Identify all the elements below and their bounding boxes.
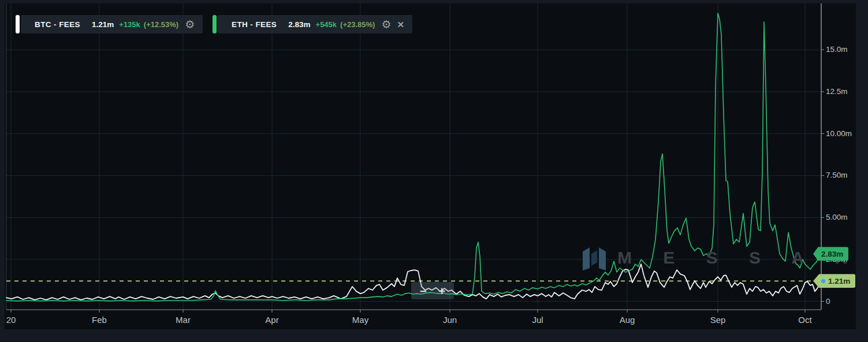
legend-chip-btc-body: BTC - FEES 1.21m +135k (+12.53%) ⚙ — [21, 15, 203, 33]
y-axis-label: 10.00m — [826, 129, 852, 138]
zoom-control[interactable]: − + — [411, 282, 454, 299]
x-axis-label: May — [352, 315, 368, 325]
btc-change-percent: (+12.53%) — [144, 20, 178, 29]
y-axis-label: 12.5m — [826, 87, 848, 96]
y-axis-label: 15.0m — [826, 45, 848, 54]
btc-current-value: 1.21m — [92, 20, 114, 29]
x-axis-label: Mar — [176, 315, 191, 325]
y-axis-label: 0 — [826, 297, 830, 306]
price-badge-value: 2.83m — [821, 250, 843, 258]
x-axis-label: Feb — [92, 315, 107, 325]
x-axis-label: Oct — [798, 315, 811, 325]
price-badge: 1.21m — [813, 274, 855, 288]
eth-color-bar — [213, 15, 217, 33]
y-axis-label: 5.00m — [826, 213, 848, 221]
close-icon[interactable]: ✕ — [397, 20, 404, 29]
x-axis-label: Aug — [620, 315, 635, 325]
y-axis-label: 7.50m — [826, 171, 848, 179]
btc-series-label: BTC - FEES — [35, 20, 80, 29]
zoom-in-plus-icon[interactable]: + — [438, 285, 445, 297]
price-badge: 2.83m — [813, 247, 848, 261]
eth-current-value: 2.83m — [288, 20, 310, 29]
btc-change: +135k — [119, 20, 140, 29]
gear-icon[interactable]: ⚙ — [381, 19, 391, 30]
x-axis-label: Jul — [532, 315, 543, 325]
zoom-out-minus-icon[interactable]: − — [420, 285, 427, 297]
btc-color-bar — [16, 15, 20, 33]
legend-chip-eth-body: ETH - FEES 2.83m +545k (+23.85%) ⚙ ✕ — [218, 15, 412, 33]
x-axis-label: Jun — [443, 315, 457, 325]
crosshair-dot — [821, 279, 825, 283]
legend-chip-btc[interactable]: BTC - FEES 1.21m +135k (+12.53%) ⚙ — [16, 15, 203, 33]
eth-fees-line — [6, 13, 821, 301]
x-axis-label: Sep — [710, 315, 726, 325]
eth-series-label: ETH - FEES — [232, 20, 277, 29]
x-axis-label: 20 — [6, 315, 16, 325]
eth-change: +545k — [316, 20, 337, 29]
chart-page: BTC - FEES 1.21m +135k (+12.53%) ⚙ ETH -… — [0, 0, 868, 342]
legend-chip-eth[interactable]: ETH - FEES 2.83m +545k (+23.85%) ⚙ ✕ — [213, 15, 412, 33]
eth-change-percent: (+23.85%) — [340, 20, 375, 29]
gear-icon[interactable]: ⚙ — [185, 19, 195, 30]
price-badge-value: 1.21m — [828, 277, 850, 285]
x-axis-label: Apr — [265, 315, 278, 325]
